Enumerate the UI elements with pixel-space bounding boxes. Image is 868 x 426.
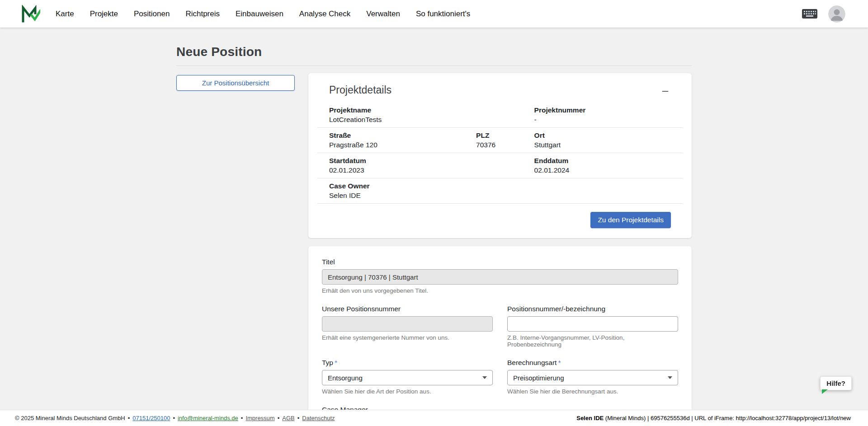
nav-item-richtpreis[interactable]: Richtpreis [185, 9, 220, 19]
nav-item-projekte[interactable]: Projekte [90, 9, 118, 19]
main-content: Neue Position Zur Positionsübersicht Pro… [0, 28, 868, 426]
footer-impressum-link[interactable]: Impressum [245, 415, 274, 421]
footer-copyright: © 2025 Mineral Minds Deutschland GmbH [15, 415, 125, 421]
positionsnummer-label: Positionsnummer/-bezeichnung [507, 305, 678, 313]
page-header: Neue Position [176, 45, 692, 66]
berechnungsart-field: Berechnungsart* Preisoptimierung Wählen … [507, 359, 678, 395]
project-details-button[interactable]: Zu den Projektdetails [590, 212, 671, 228]
separator: • [241, 415, 243, 421]
separator: • [173, 415, 175, 421]
keyboard-icon[interactable] [802, 9, 817, 19]
plz-field: PLZ 70376 [476, 131, 534, 149]
right-column: Projektdetails – Projektname LotCreation… [308, 73, 692, 426]
projektname-field: Projektname LotCreationTests [329, 106, 534, 124]
typ-label: Typ* [322, 359, 493, 367]
nav-item-analyse-check[interactable]: Analyse Check [299, 9, 350, 19]
typ-select[interactable]: Entsorgung [322, 370, 493, 385]
separator: • [278, 415, 280, 421]
footer: © 2025 Mineral Minds Deutschland GmbH • … [0, 410, 868, 426]
berechnungsart-label: Berechnungsart* [507, 359, 678, 367]
nav-item-so-funktionierts[interactable]: So funktioniert's [416, 9, 470, 19]
footer-email-link[interactable]: info@mineral-minds.de [178, 415, 238, 421]
top-navigation-bar: Karte Projekte Positionen Richtpreis Ein… [0, 0, 868, 28]
footer-left: © 2025 Mineral Minds Deutschland GmbH • … [15, 415, 335, 421]
berechnungsart-select-value: Preisoptimierung [513, 374, 564, 382]
startdatum-field: Startdatum 02.01.2023 [329, 157, 534, 174]
titel-field: Titel Erhält den von uns vorgegebenen Ti… [322, 258, 678, 294]
project-row-name-number: Projektname LotCreationTests Projektnumm… [317, 103, 683, 128]
typ-select-value: Entsorgung [328, 374, 363, 382]
left-column: Zur Positionsübersicht [176, 73, 295, 91]
separator: • [297, 415, 300, 421]
project-row-dates: Startdatum 02.01.2023 Enddatum 02.01.202… [317, 153, 683, 178]
berechnungsart-helper: Wählen Sie hier die Berechnungsart aus. [507, 388, 678, 395]
positionsnummer-helper: Z.B. Interne-Vorgangsnummer, LV-Position… [507, 334, 678, 348]
nav-item-positionen[interactable]: Positionen [134, 9, 170, 19]
positionsnummer-field: Positionsnummer/-bezeichnung Z.B. Intern… [507, 305, 678, 348]
footer-session-info: Selen IDE (Mineral Minds) | 69576255536d… [576, 415, 851, 421]
positionsnummer-input[interactable] [507, 316, 678, 332]
footer-phone-link[interactable]: 07151/250100 [132, 415, 170, 421]
topbar-right-actions [802, 5, 845, 23]
main-nav: Karte Projekte Positionen Richtpreis Ein… [56, 9, 470, 19]
typ-field: Typ* Entsorgung Wählen Sie hier die Art … [322, 359, 493, 395]
strasse-field: Straße Pragstraße 120 [329, 131, 476, 149]
titel-input [322, 269, 678, 285]
enddatum-field: Enddatum 02.01.2024 [534, 157, 671, 174]
brand-logo-icon[interactable] [20, 5, 40, 23]
required-asterisk: * [558, 359, 561, 366]
page-title: Neue Position [176, 45, 692, 59]
project-row-owner: Case Owner Selen IDE [317, 178, 683, 204]
unsere-positionsnummer-label: Unsere Positionsnummer [322, 305, 493, 313]
nav-item-karte[interactable]: Karte [56, 9, 74, 19]
titel-helper: Erhält den von uns vorgegebenen Titel. [322, 287, 678, 294]
chevron-down-icon [482, 376, 487, 379]
collapse-minus-icon[interactable]: – [660, 85, 671, 96]
project-card-title: Projektdetails [329, 84, 392, 96]
separator: • [128, 415, 130, 421]
projektnummer-field: Projektnummer - [534, 106, 671, 124]
project-details-card: Projektdetails – Projektname LotCreation… [308, 73, 692, 238]
footer-user: Selen IDE [576, 415, 604, 421]
unsere-positionsnummer-field: Unsere Positionsnummer Erhält eine syste… [322, 305, 493, 348]
nav-item-einbauweisen[interactable]: Einbauweisen [236, 9, 283, 19]
berechnungsart-select[interactable]: Preisoptimierung [507, 370, 678, 385]
required-asterisk: * [335, 359, 337, 366]
nav-item-verwalten[interactable]: Verwalten [366, 9, 400, 19]
titel-label: Titel [322, 258, 678, 266]
ort-field: Ort Stuttgart [534, 131, 671, 149]
user-avatar-icon[interactable] [828, 5, 845, 23]
footer-datenschutz-link[interactable]: Datenschutz [302, 415, 335, 421]
new-position-form-card: Titel Erhält den von uns vorgegebenen Ti… [308, 246, 692, 426]
unsere-positionsnummer-input [322, 316, 493, 332]
project-row-address: Straße Pragstraße 120 PLZ 70376 Ort Stut… [317, 128, 683, 153]
case-owner-field: Case Owner Selen IDE [329, 182, 671, 200]
back-to-positions-button[interactable]: Zur Positionsübersicht [176, 75, 295, 91]
help-button[interactable]: Hilfe? [820, 376, 852, 390]
unsere-positionsnummer-helper: Erhält eine systemgenerierte Nummer von … [322, 334, 493, 341]
chevron-down-icon [668, 376, 672, 379]
footer-agb-link[interactable]: AGB [282, 415, 294, 421]
typ-helper: Wählen Sie hier die Art der Position aus… [322, 388, 493, 395]
